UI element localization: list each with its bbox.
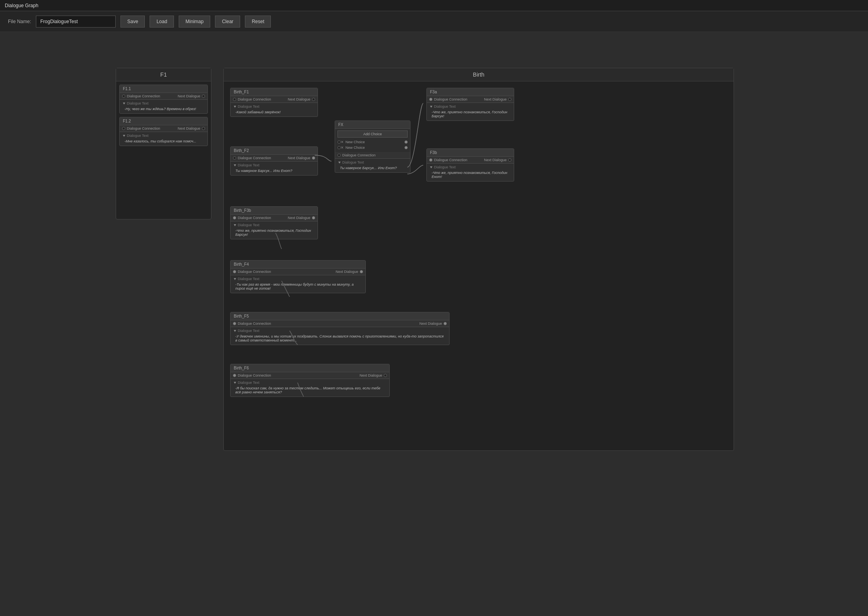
node-f3b: F3b Dialogue Connection Next Dialogue	[426, 148, 514, 182]
file-name-label: File Name:	[8, 19, 31, 24]
port-left-birth-f1	[233, 98, 236, 101]
node-f1-1-text-label: Dialogue Text	[123, 101, 204, 105]
node-f1-1: F1.1 Dialogue Connection Next Dialogue D…	[119, 85, 208, 114]
choice-label-2: New Choice	[345, 146, 365, 150]
choice-row-1: ✕ New Choice	[335, 139, 410, 145]
title-bar: Dialogue Graph	[0, 0, 868, 11]
node-f1-1-id: F1.1	[123, 87, 131, 91]
birth-f2-text: Ты наверное Барсук... Или Енот?	[234, 168, 314, 174]
birth-f4-text: -Ты как раз во время - мои племянницы бу…	[234, 282, 362, 291]
node-f1-2: F1.2 Dialogue Connection Next Dialogue D…	[119, 117, 208, 146]
port-right-birth-f1	[312, 98, 315, 101]
collapse-birth-f2[interactable]	[234, 164, 236, 166]
node-f1-1-text-section: Dialogue Text -Ну, чего же ты ждёшь? Вре…	[120, 100, 207, 113]
node-f1-2-port-left: Dialogue Connection	[122, 126, 160, 130]
collapse-birth-f1[interactable]	[234, 106, 236, 108]
port-right-birth-f2	[312, 156, 315, 160]
app-title: Dialogue Graph	[5, 3, 38, 8]
minimap-button[interactable]: Minimap	[179, 16, 210, 28]
birth-graph-title: Birth	[224, 68, 734, 81]
collapse-f3b[interactable]	[430, 166, 432, 168]
port-left-fx-2	[337, 146, 341, 149]
port-left-f3a	[429, 98, 432, 101]
node-f3a: F3a Dialogue Connection Next Dialogue	[426, 88, 514, 121]
port-circle-left	[122, 95, 125, 98]
canvas-area: F1 F1.1 Dialogue Connection Next Dialogu…	[0, 32, 868, 616]
f1-graph-title: F1	[116, 68, 211, 81]
node-f1-1-text-content: -Ну, чего же ты ждёшь? Времени в обрез!	[123, 106, 204, 112]
f3a-text: -Что же, приятно познакомиться, Господин…	[430, 109, 511, 119]
collapse-birth-f6[interactable]	[234, 382, 236, 384]
port-left-f3b	[429, 158, 432, 162]
birth-graph: Birth Birth_F1 Dialogue Connection Next …	[223, 68, 734, 451]
node-f1-2-header: F1.2	[120, 117, 207, 125]
node-fx: FX Add Choice ✕ New Choice ✕	[335, 120, 410, 173]
choice-label-1: New Choice	[345, 140, 365, 144]
node-birth-f6: Birth_F6 Dialogue Connection Next Dialog…	[230, 364, 390, 397]
file-name-input[interactable]	[36, 16, 116, 28]
collapse-birth-f4[interactable]	[234, 278, 236, 280]
node-f1-1-header: F1.1	[120, 85, 207, 93]
port-left-birth-f4	[233, 270, 236, 273]
clear-button[interactable]: Clear	[215, 16, 240, 28]
port-left-birth-f3b	[233, 216, 236, 219]
port-left-birth-f6	[233, 374, 236, 377]
node-f1-2-text-label: Dialogue Text	[123, 134, 204, 138]
node-birth-f4: Birth_F4 Dialogue Connection Next Dialog…	[230, 260, 366, 293]
collapse-fx[interactable]	[338, 162, 341, 164]
f3b-text: -Что же, приятно познакомиться, Господин…	[430, 170, 511, 180]
port-right-birth-f5	[444, 322, 447, 325]
node-f1-2-text-section: Dialogue Text -Мне казалось, ты собиралс…	[120, 132, 207, 146]
choice-row-2: ✕ New Choice	[335, 145, 410, 150]
port-left-fx-conn	[337, 154, 341, 157]
choice-delete-1[interactable]: ✕	[341, 140, 344, 144]
collapse-birth-f5[interactable]	[234, 330, 236, 332]
node-f1-2-id: F1.2	[123, 119, 131, 123]
node-birth-f2: Birth_F2 Dialogue Connection Next Dialog…	[230, 146, 318, 176]
collapse-icon-2[interactable]	[123, 135, 125, 137]
port-right-birth-f4	[360, 270, 363, 273]
collapse-f3a[interactable]	[430, 106, 432, 108]
port-right-birth-f3b	[312, 216, 315, 219]
node-f1-2-connection-row: Dialogue Connection Next Dialogue	[120, 125, 207, 132]
reset-button[interactable]: Reset	[245, 16, 271, 28]
node-f1-2-port-right: Next Dialogue	[178, 126, 205, 130]
port-right-fx-2	[404, 146, 408, 149]
port-right-f3b	[508, 158, 511, 162]
port-left-birth-f2	[233, 156, 236, 160]
f1-graph: F1 F1.1 Dialogue Connection Next Dialogu…	[116, 68, 211, 219]
node-f1-2-text-content: -Мне казалось, ты собирался нам помоч...	[123, 138, 204, 144]
load-button[interactable]: Load	[150, 16, 174, 28]
node-f1-1-port-left: Dialogue Connection	[122, 94, 160, 98]
port-right-birth-f6	[384, 374, 387, 377]
port-right-fx-1	[404, 140, 408, 144]
birth-f1-text: -Какой забавный зверёнок!	[234, 109, 314, 115]
port-left-fx-1	[337, 140, 341, 144]
birth-f6-text: -Я бы поискал сам, да нужно за тестом сл…	[234, 385, 386, 395]
node-birth-f1: Birth_F1 Dialogue Connection Next Dialog…	[230, 88, 318, 117]
port-circle-right-2	[202, 127, 205, 130]
add-choice-button[interactable]: Add Choice	[337, 130, 408, 138]
port-left-birth-f5	[233, 322, 236, 325]
node-f1-1-next-label: Next Dialogue	[178, 94, 200, 98]
node-birth-f5: Birth_F5 Dialogue Connection Next Dialog…	[230, 312, 450, 345]
toolbar: File Name: Save Load Minimap Clear Reset	[0, 11, 868, 32]
birth-f3b-text: -Что же, приятно познакомиться, Господин…	[234, 228, 314, 237]
port-circle-left-2	[122, 127, 125, 130]
node-f1-1-connection-row: Dialogue Connection Next Dialogue	[120, 93, 207, 100]
node-f1-1-port-right: Next Dialogue	[178, 94, 205, 98]
choice-delete-2[interactable]: ✕	[341, 146, 344, 150]
node-birth-f1-header: Birth_F1	[231, 88, 318, 96]
collapse-icon[interactable]	[123, 103, 125, 105]
fx-text: Ты наверное Барсук... Или Енот?	[338, 165, 407, 171]
node-birth-f3b: Birth_F3b Dialogue Connection Next Dialo…	[230, 206, 318, 239]
port-circle-right	[202, 95, 205, 98]
port-right-f3a	[508, 98, 511, 101]
node-f1-1-connection-label: Dialogue Connection	[127, 94, 160, 98]
save-button[interactable]: Save	[120, 16, 145, 28]
collapse-birth-f3b[interactable]	[234, 224, 236, 226]
birth-f5-text: -У девочек именины, и мы хотим их поздра…	[234, 334, 446, 343]
node-birth-f1-connection-row: Dialogue Connection Next Dialogue	[231, 96, 318, 103]
